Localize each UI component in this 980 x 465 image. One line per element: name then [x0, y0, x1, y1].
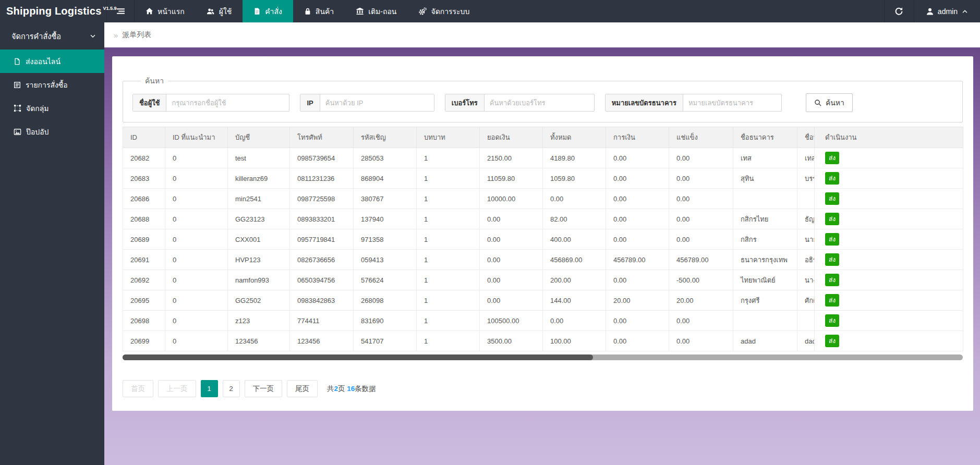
cell-finance: 0.00	[606, 168, 669, 189]
summary-record-count: 16	[347, 385, 355, 393]
summary-page-count: 2	[334, 385, 338, 393]
sidebar-item-order-list[interactable]: รายการสั่งซื้อ	[0, 73, 104, 96]
refresh-button[interactable]	[884, 0, 914, 22]
summary-suffix: 条数据	[355, 385, 376, 393]
column-header-frozen: แช่แข็ง	[669, 127, 733, 148]
cell-id: 20689	[123, 229, 165, 250]
search-button[interactable]: ค้นหา	[806, 93, 853, 112]
cell-phone: 0983842863	[290, 290, 354, 311]
nav-item-label: คำสั่ง	[265, 6, 282, 17]
sidebar-item-grouping[interactable]: จัดกลุ่ม	[0, 96, 104, 120]
send-button[interactable]: ส่ง	[825, 172, 839, 185]
sidebar-item-label: รายการสั่งซื้อ	[26, 79, 68, 91]
sidebar-item-popup[interactable]: ป๊อปอัป	[0, 120, 104, 143]
column-header-finance: การเงิน	[606, 127, 669, 148]
send-button[interactable]: ส่ง	[825, 192, 839, 205]
send-button[interactable]: ส่ง	[825, 314, 839, 327]
user-menu[interactable]: admin	[914, 0, 980, 22]
app-title: Shipping Logistics	[6, 5, 102, 17]
cell-account: HVP123	[228, 250, 290, 270]
refresh-icon	[894, 7, 903, 16]
prev-page-button[interactable]: 上一页	[158, 380, 196, 397]
cell-phone: 123456	[290, 331, 354, 351]
send-button[interactable]: ส่ง	[825, 253, 839, 266]
send-button[interactable]: ส่ง	[825, 335, 839, 347]
cell-phone: 0826736656	[290, 250, 354, 270]
cell-account: 123456	[228, 331, 290, 351]
page-button-1[interactable]: 1	[201, 380, 218, 397]
breadcrumb: » 派单列表	[104, 22, 980, 47]
chevron-up-icon	[961, 8, 969, 15]
cell-total: 4189.80	[543, 148, 606, 168]
summary-mid: 页	[338, 385, 347, 393]
home-icon	[146, 7, 153, 15]
send-doc-icon	[14, 58, 21, 65]
cell-bank_name	[733, 311, 797, 331]
last-page-button[interactable]: 尾页	[287, 380, 318, 397]
cell-total: 144.00	[543, 290, 606, 311]
cell-total: 1059.80	[543, 168, 606, 189]
first-page-button[interactable]: 首页	[123, 380, 153, 397]
nav-item-label: จัดการระบบ	[431, 6, 469, 17]
cell-id: 20692	[123, 270, 165, 290]
cell-id: 20686	[123, 189, 165, 209]
cell-id: 20682	[123, 148, 165, 168]
main-area: ค้นหา ชื่อผู้ใช้IPเบอร์โทรหมายเลขบัตรธนา…	[104, 47, 980, 465]
cell-balance: 10000.00	[480, 189, 543, 209]
top-navbar: Shipping Logistics V1.5.9 หน้าแรกผู้ใช้ค…	[0, 0, 980, 22]
username-input[interactable]	[166, 94, 289, 111]
table-row: 206880GG23123089383320113794010.0082.000…	[123, 209, 963, 229]
menu-icon	[116, 7, 125, 16]
cell-finance: 0.00	[606, 270, 669, 290]
cell-account: z123	[228, 311, 290, 331]
cell-frozen: 0.00	[669, 148, 733, 168]
send-button[interactable]: ส่ง	[825, 233, 839, 246]
sidebar: จัดการคำสั่งซื้อ ส่งออนไลน์รายการสั่งซื้…	[0, 22, 104, 465]
navbar-right: admin	[884, 0, 980, 22]
user-name: admin	[938, 7, 958, 16]
column-header-balance: ยอดเงิน	[480, 127, 543, 148]
cell-account_name: บรรจ	[797, 168, 815, 189]
image-icon	[14, 128, 21, 136]
cell-total: 82.00	[543, 209, 606, 229]
send-button[interactable]: ส่ง	[825, 274, 839, 286]
nav-item-label: สินค้า	[316, 6, 334, 17]
cell-ref_id: 0	[165, 311, 228, 331]
nav-item-home[interactable]: หน้าแรก	[135, 0, 196, 22]
page-button-2[interactable]: 2	[223, 380, 240, 397]
scrollbar-thumb[interactable]	[123, 354, 593, 360]
horizontal-scrollbar[interactable]	[123, 354, 963, 360]
bank-icon	[356, 7, 364, 15]
send-button[interactable]: ส่ง	[825, 152, 839, 164]
phone-input[interactable]	[485, 94, 594, 111]
ip-input[interactable]	[320, 94, 434, 111]
cell-total: 100.00	[543, 331, 606, 351]
send-button[interactable]: ส่ง	[825, 213, 839, 225]
send-button[interactable]: ส่ง	[825, 294, 839, 307]
nav-item-products[interactable]: สินค้า	[293, 0, 345, 22]
cell-finance: 0.00	[606, 209, 669, 229]
column-header-bank_name: ชื่อธนาคาร	[733, 127, 797, 148]
sidebar-toggle-button[interactable]	[106, 0, 135, 22]
nav-item-system[interactable]: จัดการระบบ	[407, 0, 480, 22]
sidebar-item-label: ส่งออนไลน์	[26, 56, 61, 67]
cell-role: 1	[417, 168, 480, 189]
cell-account_name: dad	[797, 331, 815, 351]
cell-account_name	[797, 311, 815, 331]
chevron-down-icon	[89, 32, 96, 40]
cell-account: test	[228, 148, 290, 168]
nav-item-users[interactable]: ผู้ใช้	[196, 0, 243, 22]
nav-item-orders[interactable]: คำสั่ง	[243, 0, 293, 22]
column-header-total: ทั้งหมด	[543, 127, 606, 148]
cell-bank_name: ไทยพาณิตย์	[733, 270, 797, 290]
bankcard-input[interactable]	[683, 94, 781, 111]
ip-field-group: IP	[300, 94, 434, 112]
table-row: 206890CXX001095771984197135810.00400.000…	[123, 229, 963, 250]
sidebar-item-send-online[interactable]: ส่งออนไลน์	[0, 50, 104, 73]
next-page-button[interactable]: 下一页	[245, 380, 283, 397]
orders-table: IDID ที่แนะนำมาบัญชีโทรศัพท์รหัสเชิญบทบา…	[123, 127, 963, 351]
cell-invite_code: 541707	[354, 331, 417, 351]
cell-finance: 20.00	[606, 290, 669, 311]
nav-item-deposit[interactable]: เติม-ถอน	[345, 0, 407, 22]
sidebar-group-orders[interactable]: จัดการคำสั่งซื้อ	[0, 22, 104, 50]
